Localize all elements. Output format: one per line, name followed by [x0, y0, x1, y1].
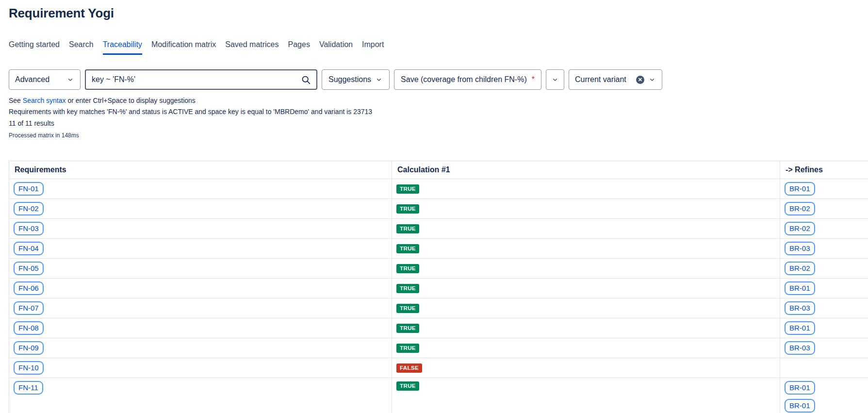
save-button[interactable]: Save (coverage from children FN-%) *	[394, 69, 541, 90]
search-syntax-link[interactable]: Search syntax	[23, 97, 66, 104]
tab-import[interactable]: Import	[362, 40, 384, 55]
refines-link[interactable]: BR-03	[785, 242, 815, 255]
requirement-link[interactable]: FN-08	[14, 321, 44, 335]
toolbar: Advanced Suggestions Save (coverage from…	[9, 69, 868, 90]
traceability-table: Requirements Calculation #1 -> Refines F…	[9, 161, 868, 413]
variant-select[interactable]: Current variant ✕	[569, 69, 662, 90]
suggestions-dropdown[interactable]: Suggestions	[322, 69, 390, 90]
search-button[interactable]	[295, 70, 316, 89]
refines-link[interactable]: BR-03	[785, 301, 815, 315]
calculation-badge: TRUE	[396, 284, 419, 293]
table-row: FN-11TRUEBR-01BR-01	[9, 378, 868, 413]
table-row: FN-07TRUEBR-03	[9, 298, 868, 318]
requirement-link[interactable]: FN-07	[14, 301, 44, 315]
calculation-cell: TRUE	[392, 179, 780, 199]
refines-cell	[780, 358, 868, 378]
table-header-row: Requirements Calculation #1 -> Refines	[9, 161, 868, 179]
requirement-link[interactable]: FN-01	[14, 182, 44, 196]
calculation-cell: TRUE	[392, 298, 780, 318]
required-asterisk: *	[532, 75, 535, 84]
calculation-cell: TRUE	[392, 378, 780, 413]
requirement-cell: FN-08	[9, 318, 392, 338]
refines-link[interactable]: BR-02	[785, 262, 815, 275]
calculation-cell: TRUE	[392, 338, 780, 358]
table-row: FN-03TRUEBR-02	[9, 219, 868, 239]
refines-link[interactable]: BR-01	[785, 399, 815, 413]
calculation-badge: TRUE	[396, 244, 419, 253]
syntax-hint-prefix: See	[9, 97, 21, 104]
refines-cell: BR-02	[780, 199, 868, 219]
requirement-link[interactable]: FN-02	[14, 202, 44, 215]
search-icon	[301, 75, 311, 85]
table-row: FN-10FALSE	[9, 358, 868, 378]
tab-search[interactable]: Search	[69, 40, 94, 55]
calculation-badge: TRUE	[396, 304, 419, 313]
tab-pages[interactable]: Pages	[288, 40, 310, 55]
page: Requirement Yogi Getting started Search …	[0, 0, 868, 413]
syntax-hint-suffix: or enter Ctrl+Space to display suggestio…	[67, 97, 195, 104]
page-title: Requirement Yogi	[9, 6, 868, 21]
column-header-calculation: Calculation #1	[392, 161, 780, 179]
calculation-badge: TRUE	[396, 184, 419, 194]
refines-cell: BR-01BR-01	[780, 378, 868, 413]
suggestions-label: Suggestions	[328, 75, 371, 84]
refines-cell: BR-03	[780, 298, 868, 318]
requirement-cell: FN-02	[9, 199, 392, 219]
table-row: FN-04TRUEBR-03	[9, 239, 868, 259]
calculation-cell: TRUE	[392, 219, 780, 239]
search-mode-select[interactable]: Advanced	[9, 69, 81, 90]
calculation-badge: FALSE	[396, 363, 422, 373]
tab-saved-matrices[interactable]: Saved matrices	[225, 40, 278, 55]
refines-cell: BR-03	[780, 338, 868, 358]
syntax-hint: See Search syntax or enter Ctrl+Space to…	[9, 97, 868, 104]
requirement-cell: FN-11	[9, 378, 392, 413]
refines-link[interactable]: BR-01	[785, 281, 815, 295]
table-row: FN-02TRUEBR-02	[9, 199, 868, 219]
requirement-link[interactable]: FN-11	[14, 381, 43, 395]
requirement-link[interactable]: FN-04	[14, 242, 44, 255]
calculation-badge: TRUE	[396, 204, 419, 214]
refines-link[interactable]: BR-01	[785, 321, 815, 335]
table-row: FN-05TRUEBR-02	[9, 259, 868, 279]
clear-variant-icon[interactable]: ✕	[636, 76, 644, 84]
table-row: FN-09TRUEBR-03	[9, 338, 868, 358]
requirement-cell: FN-09	[9, 338, 392, 358]
save-label: Save (coverage from children FN-%)	[401, 75, 527, 84]
table-row: FN-08TRUEBR-01	[9, 318, 868, 338]
search-mode-value: Advanced	[15, 75, 49, 84]
refines-link[interactable]: BR-03	[785, 341, 815, 355]
refines-link[interactable]: BR-01	[785, 381, 815, 395]
requirement-cell: FN-10	[9, 358, 392, 378]
calculation-badge: TRUE	[396, 344, 419, 353]
search-input[interactable]	[86, 70, 295, 89]
requirement-link[interactable]: FN-09	[14, 341, 44, 355]
calculation-cell: TRUE	[392, 318, 780, 338]
tab-traceability[interactable]: Traceability	[103, 40, 142, 55]
tab-getting-started[interactable]: Getting started	[9, 40, 60, 55]
chevron-down-icon	[375, 76, 383, 83]
variant-value: Current variant	[575, 75, 632, 84]
calculation-cell: FALSE	[392, 358, 780, 378]
calculation-badge: TRUE	[396, 324, 419, 333]
requirement-link[interactable]: FN-03	[14, 222, 44, 235]
tab-modification-matrix[interactable]: Modification matrix	[151, 40, 216, 55]
refines-link[interactable]: BR-02	[785, 222, 815, 235]
calculation-badge: TRUE	[396, 381, 419, 391]
table-row: FN-06TRUEBR-01	[9, 279, 868, 298]
column-header-refines: -> Refines	[780, 161, 868, 179]
tab-validation[interactable]: Validation	[319, 40, 353, 55]
refines-link[interactable]: BR-02	[785, 202, 815, 215]
processing-time: Processed matrix in 148ms	[9, 132, 868, 139]
refines-link[interactable]: BR-01	[785, 182, 815, 196]
refines-cell: BR-03	[780, 239, 868, 259]
requirement-cell: FN-01	[9, 179, 392, 199]
requirement-cell: FN-07	[9, 298, 392, 318]
requirement-link[interactable]: FN-06	[14, 281, 44, 295]
calculation-badge: TRUE	[396, 264, 419, 273]
refines-cell: BR-01	[780, 179, 868, 199]
requirement-cell: FN-03	[9, 219, 392, 239]
requirement-link[interactable]: FN-10	[14, 361, 44, 375]
requirement-link[interactable]: FN-05	[14, 262, 44, 275]
calculation-badge: TRUE	[396, 224, 419, 233]
save-options-dropdown[interactable]	[546, 69, 564, 90]
